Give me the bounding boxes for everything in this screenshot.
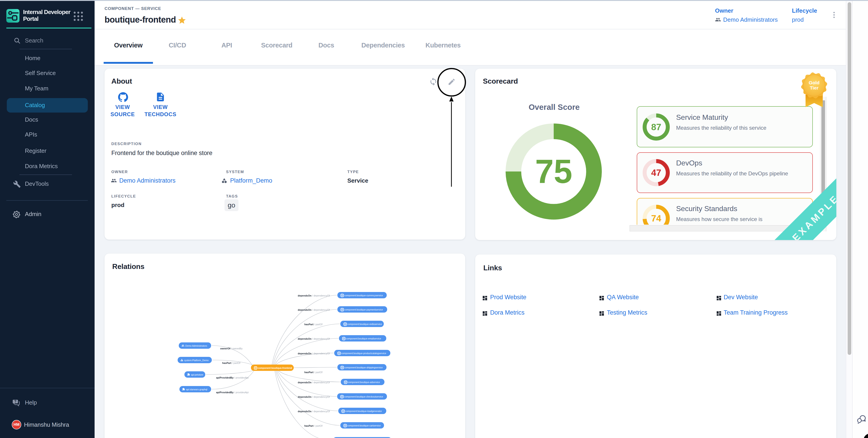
svg-text:hasPart / partOf: hasPart / partOf xyxy=(304,425,322,427)
svg-text:apiProvidedBy / providesApi: apiProvidedBy / providesApi xyxy=(216,391,248,394)
svg-text:hasPart / partOf: hasPart / partOf xyxy=(304,371,322,374)
svg-text:87: 87 xyxy=(651,122,661,132)
svg-text:74: 74 xyxy=(651,213,661,223)
svg-text:component:boutique-emailservic: component:boutique-emailservice xyxy=(346,337,381,340)
svg-text:dependsOn / dependencyOf: dependsOn / dependencyOf xyxy=(298,410,330,413)
svg-text:75: 75 xyxy=(535,153,572,190)
svg-text:dependsOn / dependencyOf: dependsOn / dependencyOf xyxy=(298,396,330,398)
svg-text:hasPart / partOf: hasPart / partOf xyxy=(304,323,322,326)
svg-text:apiProvidedBy / providesApi: apiProvidedBy / providesApi xyxy=(216,376,248,379)
svg-text:system:Platform_Demo: system:Platform_Demo xyxy=(184,359,208,362)
svg-text:Tier: Tier xyxy=(810,85,818,91)
svg-text:component:boutique-shippingser: component:boutique-shippingservice xyxy=(344,366,382,369)
svg-text:dependsOn / dependencyOf: dependsOn / dependencyOf xyxy=(298,337,330,340)
svg-text:component:boutique-redisservic: component:boutique-redisservice xyxy=(347,323,382,326)
svg-text:component:boutique-adservice: component:boutique-adservice xyxy=(347,381,380,383)
svg-text:component:boutique-frontend: component:boutique-frontend xyxy=(257,367,292,369)
svg-text:component:boutique-productcata: component:boutique-productcatalogservice xyxy=(341,352,386,355)
svg-text:hasPart / partOf: hasPart / partOf xyxy=(222,362,240,364)
svg-text:Demo Administrators: Demo Administrators xyxy=(185,345,207,347)
svg-text:component:boutique-loadgenerat: component:boutique-loadgenerator xyxy=(345,410,382,412)
svg-text:api:starwars-graphql: api:starwars-graphql xyxy=(186,388,207,391)
svg-text:Gold: Gold xyxy=(809,80,819,85)
svg-text:dependsOn / dependencyOf: dependsOn / dependencyOf xyxy=(298,381,330,384)
svg-text:component:boutique-currencyser: component:boutique-currencyservice xyxy=(344,294,383,297)
svg-text:component:boutique-paymentserv: component:boutique-paymentservice xyxy=(344,308,383,311)
svg-text:api:petstore: api:petstore xyxy=(191,374,203,376)
svg-text:?: ? xyxy=(14,399,17,403)
svg-text:dependsOn / dependencyOf: dependsOn / dependencyOf xyxy=(298,294,330,297)
svg-text:component:boutique-checkoutser: component:boutique-checkoutservice xyxy=(344,396,383,398)
svg-text:dependsOn / dependencyOf: dependsOn / dependencyOf xyxy=(298,308,330,311)
svg-text:dependsOn / dependencyOf: dependsOn / dependencyOf xyxy=(298,352,330,355)
svg-text:component:boutique-cartservice: component:boutique-cartservice xyxy=(347,425,381,427)
svg-text:47: 47 xyxy=(651,168,661,178)
svg-text:ownerOf / ownedBy: ownerOf / ownedBy xyxy=(220,347,243,350)
